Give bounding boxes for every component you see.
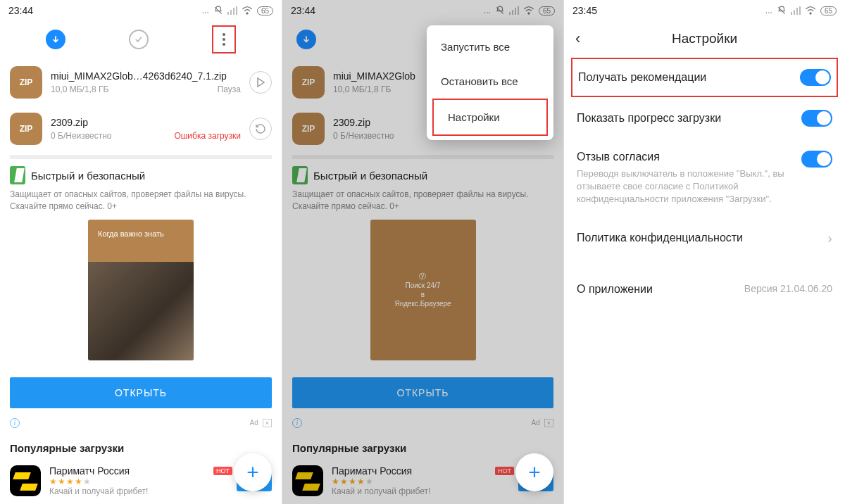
download-size: 0 Б/Неизвестно (333, 131, 394, 141)
setting-consent[interactable]: Отзыв согласия Переводя выключатель в по… (564, 139, 845, 218)
svg-rect-2 (230, 10, 232, 15)
settings-title: Настройки (672, 31, 737, 46)
mute-icon (495, 6, 505, 15)
svg-rect-4 (236, 6, 237, 15)
tab-completed-icon[interactable] (129, 30, 149, 49)
promo-block: Быстрый и безопасный Защищает от опасных… (0, 166, 282, 367)
mute-icon (777, 6, 787, 15)
promo-desc: Защищает от опасных сайтов, проверяет фа… (292, 189, 553, 213)
status-icons: ... 65 (202, 6, 273, 15)
status-icons: ... 65 (484, 6, 555, 15)
add-download-fab[interactable]: + (515, 453, 553, 491)
wifi-icon (242, 6, 253, 15)
signal-icon (509, 6, 519, 15)
download-size: 10,0 МБ/1,8 ГБ (51, 84, 108, 94)
svg-point-17 (810, 13, 811, 14)
info-icon[interactable]: i (10, 418, 20, 428)
setting-recommendations[interactable]: Получать рекомендации (571, 58, 838, 97)
promo-app-icon (292, 166, 308, 184)
resume-button[interactable] (249, 71, 272, 94)
star-rating: ★★★★★ (332, 477, 510, 486)
promo-block: Быстрый и безопасный Защищает от опасных… (282, 166, 563, 367)
retry-button[interactable] (249, 118, 272, 140)
svg-rect-1 (227, 12, 229, 15)
status-time: 23:44 (291, 5, 315, 16)
download-item[interactable]: ZIP miui_MIMAX2Glob…4263d6240_7.1.zip 10… (0, 59, 282, 106)
status-icons: ... 65 (765, 6, 837, 15)
status-bar: 23:45 ... 65 (564, 0, 845, 20)
svg-rect-15 (796, 8, 798, 15)
setting-progress[interactable]: Показать прогресс загрузки (564, 97, 845, 139)
app-icon (10, 465, 41, 496)
back-button[interactable]: ‹ (575, 30, 596, 48)
tab-downloading-icon[interactable] (296, 30, 316, 49)
signal-icon (791, 6, 801, 15)
download-item[interactable]: ZIP 2309.zip 0 Б/Неизвестно Ошибка загру… (0, 106, 282, 152)
promo-title: Быстрый и безопасный (31, 170, 145, 182)
svg-rect-9 (515, 8, 516, 15)
context-menu: Запустить все Остановить все Настройки (427, 25, 553, 140)
promo-image[interactable]: Когда важно знать (88, 220, 194, 360)
menu-stop-all[interactable]: Остановить все (427, 64, 553, 99)
zip-icon: ZIP (292, 66, 325, 99)
open-button[interactable]: ОТКРЫТЬ (292, 377, 553, 408)
add-download-fab[interactable]: + (234, 453, 272, 491)
menu-settings[interactable]: Настройки (432, 99, 548, 136)
zip-icon: ZIP (10, 66, 42, 99)
settings-header: ‹ Настройки (564, 20, 845, 58)
svg-rect-14 (794, 10, 795, 15)
chevron-right-icon: › (827, 230, 832, 246)
tab-downloading-icon[interactable] (46, 30, 65, 49)
close-ad-button[interactable]: × (263, 419, 272, 427)
app-name: Париматч Россия (332, 465, 510, 477)
menu-start-all[interactable]: Запустить все (427, 30, 553, 64)
promo-desc: Защищает от опасных сайтов, проверяет фа… (10, 189, 272, 213)
toolbar (0, 20, 282, 59)
promo-app-icon (10, 166, 25, 184)
app-icon (292, 465, 323, 496)
close-ad-button[interactable]: × (544, 419, 553, 427)
screen-downloads-menu: 23:44 ... 65 ZIP miui_MIMAX2Glob 10,0 МБ… (282, 0, 563, 504)
download-size: 10,0 МБ/1,8 ГБ (333, 84, 391, 94)
zip-icon: ZIP (292, 113, 325, 145)
section-popular: Популярные загрузки (282, 436, 563, 460)
svg-rect-3 (233, 8, 234, 15)
app-sub: Качай и получай фрибет! (49, 486, 228, 496)
divider (10, 155, 272, 159)
app-sub: Качай и получай фрибет! (332, 486, 510, 496)
status-bar: 23:44 ... 65 (282, 0, 563, 20)
screen-downloads: 23:44 ... 65 ZIP miui_MIMAX2G (0, 0, 282, 504)
toggle-on[interactable] (801, 151, 832, 168)
battery-indicator: 65 (257, 6, 273, 15)
ad-label-row: i Ad × (10, 418, 272, 428)
status-time: 23:44 (8, 5, 33, 16)
open-button[interactable]: ОТКРЫТЬ (10, 377, 272, 408)
star-rating: ★★★★★ (49, 477, 228, 486)
download-name: 2309.zip (51, 117, 241, 128)
hot-badge: HOT (495, 467, 514, 475)
status-bar: 23:44 ... 65 (0, 0, 282, 20)
more-menu-button[interactable] (212, 25, 236, 53)
svg-rect-7 (509, 12, 511, 15)
wifi-icon (805, 6, 816, 15)
promo-title: Быстрый и безопасный (313, 170, 427, 182)
status-time: 23:45 (572, 5, 597, 16)
svg-rect-10 (518, 6, 519, 15)
svg-rect-8 (512, 10, 513, 15)
promo-image[interactable]: ⓨ Поиск 24/7 в Яндекс.Браузере (370, 220, 476, 360)
battery-indicator: 65 (820, 6, 837, 15)
wifi-icon (523, 6, 534, 15)
toggle-on[interactable] (801, 110, 832, 127)
hot-badge: HOT (213, 467, 232, 475)
toggle-on[interactable] (800, 69, 831, 86)
setting-privacy[interactable]: Политика конфиденциальности › (564, 218, 845, 259)
ad-label-row: i Ad × (292, 418, 553, 428)
download-error: Ошибка загрузки (174, 131, 241, 141)
app-name: Париматч Россия (49, 465, 228, 477)
battery-indicator: 65 (539, 6, 555, 15)
section-popular: Популярные загрузки (0, 436, 282, 460)
mute-icon (213, 6, 223, 15)
info-icon[interactable]: i (292, 418, 302, 428)
setting-about[interactable]: О приложении Версия 21.04.06.20 (564, 259, 845, 320)
download-size: 0 Б/Неизвестно (51, 131, 111, 141)
